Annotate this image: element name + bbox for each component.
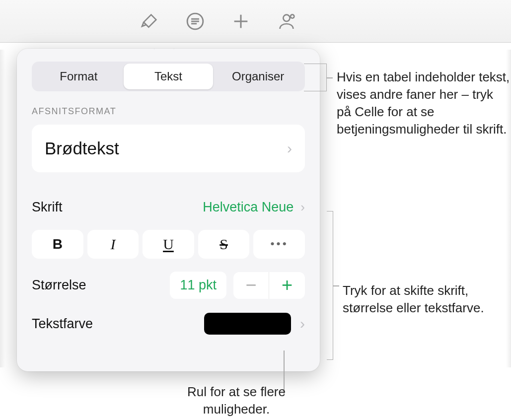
underline-button[interactable]: U — [143, 230, 194, 259]
bold-button[interactable]: B — [32, 230, 83, 259]
more-styles-button[interactable]: ••• — [253, 230, 305, 259]
chevron-right-icon: › — [300, 200, 305, 215]
font-label: Skrift — [32, 200, 63, 215]
scroll-shadow-left — [0, 50, 5, 367]
callout-bracket — [304, 64, 327, 91]
font-value: Helvetica Neue — [203, 200, 293, 215]
tab-format[interactable]: Format — [34, 64, 124, 89]
italic-button[interactable]: I — [87, 230, 139, 259]
paintbrush-icon[interactable] — [139, 11, 160, 32]
paragraph-style-row[interactable]: Brødtekst › — [32, 125, 305, 172]
top-toolbar — [0, 0, 511, 43]
font-row[interactable]: Skrift Helvetica Neue › — [32, 194, 305, 220]
strikethrough-button[interactable]: S — [198, 230, 250, 259]
svg-point-6 — [283, 14, 290, 21]
text-color-label: Tekstfarve — [32, 316, 93, 332]
annotation-tabs: Hvis en tabel indeholder tekst, vises an… — [337, 69, 511, 138]
size-increase-button[interactable]: + — [269, 272, 305, 299]
callout-line — [333, 285, 339, 286]
text-color-swatch[interactable] — [204, 313, 291, 335]
text-style-buttons: B I U S ••• — [32, 230, 305, 259]
size-stepper: − + — [233, 272, 305, 299]
callout-bracket — [327, 211, 333, 360]
plus-icon[interactable] — [230, 11, 251, 32]
chevron-right-icon: › — [300, 315, 305, 332]
format-popover: Format Tekst Organiser AFSNITSFORMAT Brø… — [17, 49, 320, 371]
annotation-scroll: Rul for at se flere muligheder. — [162, 383, 311, 418]
callout-line — [327, 77, 333, 78]
size-value[interactable]: 11 pkt — [170, 272, 226, 299]
text-color-row[interactable]: Tekstfarve › — [32, 313, 305, 335]
tabs-segmented-control: Format Tekst Organiser — [32, 62, 305, 91]
size-row: Størrelse 11 pkt − + — [32, 272, 305, 299]
size-decrease-button[interactable]: − — [233, 272, 269, 299]
paragraph-format-label: AFSNITSFORMAT — [32, 106, 305, 117]
paragraph-style-value: Brødtekst — [45, 139, 119, 158]
collaborate-icon[interactable] — [276, 11, 297, 32]
tab-text[interactable]: Tekst — [124, 64, 214, 89]
annotation-font: Tryk for at skifte skrift, størrelse ell… — [343, 282, 507, 317]
chevron-right-icon: › — [287, 140, 292, 157]
text-lines-icon[interactable] — [185, 11, 206, 32]
size-label: Størrelse — [32, 278, 86, 293]
tab-organize[interactable]: Organiser — [213, 64, 303, 89]
